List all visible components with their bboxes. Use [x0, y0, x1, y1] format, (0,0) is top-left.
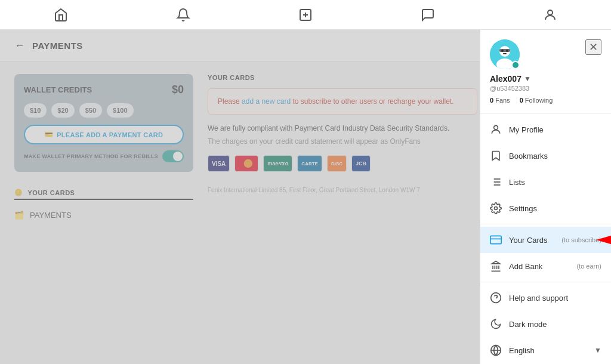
svg-point-13 [494, 125, 498, 129]
sidebar-item-dark-mode[interactable]: Dark mode [480, 311, 611, 337]
sidebar-menu: My Profile Bookmarks Lists Settings [480, 114, 611, 364]
my-profile-label: My Profile [509, 125, 601, 134]
chat-icon[interactable] [419, 7, 436, 23]
overlay [0, 30, 480, 364]
plus-icon[interactable] [297, 7, 314, 23]
globe-icon [490, 344, 502, 356]
sidebar-item-help-support[interactable]: Help and support [480, 285, 611, 311]
home-icon[interactable] [53, 7, 69, 23]
sidebar-item-settings[interactable]: Settings [480, 195, 611, 221]
fans-count-item: 0 Fans [490, 97, 510, 104]
red-arrow [593, 231, 611, 249]
svg-rect-11 [503, 53, 507, 54]
svg-point-20 [495, 207, 498, 210]
profile-nav-icon[interactable] [542, 7, 558, 23]
fans-count: 0 [490, 97, 493, 104]
following-label: Following [525, 97, 553, 104]
bookmarks-label: Bookmarks [509, 152, 601, 161]
bell-icon[interactable] [175, 7, 192, 23]
sidebar-item-add-bank[interactable]: Add Bank (to earn) [480, 253, 611, 279]
svg-marker-29 [492, 261, 499, 264]
svg-point-3 [548, 10, 553, 15]
lists-label: Lists [509, 178, 601, 187]
avatar-wrap [490, 39, 520, 69]
close-sidebar-button[interactable]: ✕ [585, 39, 601, 55]
sidebar-item-lists[interactable]: Lists [480, 169, 611, 195]
sidebar-panel: ✕ Alex007 ▼ @u53452383 0 Fans 0 Followin… [480, 30, 611, 364]
sidebar-item-english[interactable]: English ▼ [480, 337, 611, 363]
settings-label: Settings [509, 204, 601, 213]
dark-mode-label: Dark mode [509, 320, 601, 329]
following-count-item: 0 Following [520, 97, 553, 104]
avatar-online-badge [511, 61, 520, 69]
sidebar-item-my-profile[interactable]: My Profile [480, 116, 611, 143]
add-bank-sub: (to earn) [576, 263, 601, 270]
help-support-label: Help and support [509, 294, 601, 303]
svg-rect-12 [499, 49, 510, 52]
menu-divider-2 [480, 282, 611, 282]
top-nav [0, 0, 611, 30]
following-count: 0 [520, 97, 523, 104]
menu-divider-1 [480, 224, 611, 224]
profile-section: ✕ Alex007 ▼ @u53452383 0 Fans 0 Followin… [480, 30, 611, 114]
your-cards-label: Your Cards [509, 236, 552, 245]
credit-card-icon [490, 234, 502, 246]
profile-name: Alex007 [490, 74, 521, 84]
bookmark-icon [490, 150, 502, 162]
gear-icon [490, 202, 502, 214]
fans-row: 0 Fans 0 Following [490, 97, 601, 104]
fans-label: Fans [495, 97, 510, 104]
help-icon [490, 292, 502, 304]
profile-handle: @u53452383 [490, 85, 601, 92]
user-circle-icon [490, 124, 502, 135]
english-label: English [509, 346, 587, 355]
profile-chevron-icon: ▼ [524, 75, 531, 83]
list-icon [490, 176, 502, 188]
add-bank-label: Add Bank [509, 262, 567, 271]
sidebar-item-bookmarks[interactable]: Bookmarks [480, 143, 611, 169]
moon-icon [490, 318, 502, 330]
bank-icon [490, 260, 502, 272]
sidebar-item-your-cards[interactable]: Your Cards (to subscribe) [480, 227, 611, 253]
english-chevron-icon: ▼ [594, 346, 601, 354]
svg-rect-21 [490, 236, 501, 243]
